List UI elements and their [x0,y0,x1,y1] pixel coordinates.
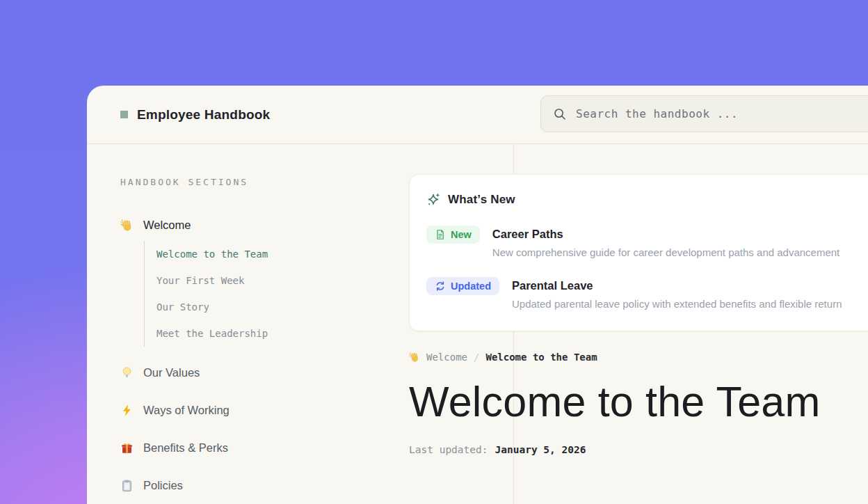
badge-label: New [451,229,472,240]
last-updated-label: Last updated: [409,444,488,455]
sidebar-item-label: Policies [143,479,183,492]
document-icon [435,229,446,240]
whats-new-item[interactable]: New Career Paths New comprehensive guide… [426,226,868,258]
subnav-welcome-to-the-team[interactable]: Welcome to the Team [156,241,419,267]
sidebar-item-welcome[interactable]: Welcome [120,216,419,233]
whats-new-item[interactable]: Updated Parental Leave Updated parental … [426,277,868,310]
search-box[interactable] [540,95,868,132]
breadcrumb: Welcome / Welcome to the Team [409,352,868,363]
whats-new-title: What’s New [448,193,515,207]
search-icon [553,107,567,121]
breadcrumb-separator: / [474,352,479,363]
sidebar: HANDBOOK SECTIONS [120,144,419,494]
last-updated-value: January 5, 2026 [495,444,586,455]
updated-badge: Updated [426,277,499,295]
new-badge: New [426,226,480,244]
bulb-icon [120,366,134,379]
subnav-meet-the-leadership[interactable]: Meet the Leadership [156,320,419,347]
clipboard-icon [120,479,134,492]
page-title: Welcome to the Team [409,379,868,424]
sidebar-section-label: HANDBOOK SECTIONS [120,177,419,187]
sidebar-item-label: Benefits & Perks [143,441,228,455]
main-content: What’s New New Career Paths New comprehe… [409,144,868,455]
subnav-your-first-week[interactable]: Your First Week [156,267,419,294]
subnav-our-story[interactable]: Our Story [156,294,419,320]
whats-new-card: What’s New New Career Paths New comprehe… [409,174,868,331]
app-body: HANDBOOK SECTIONS [87,144,868,504]
sidebar-item-label: Welcome [143,219,191,232]
refresh-icon [435,281,446,292]
badge-label: Updated [451,281,491,292]
sidebar-item-ways-of-working[interactable]: Ways of Working [120,402,419,418]
wave-icon [409,352,420,363]
app-header: Employee Handbook [87,86,868,144]
app-title: Employee Handbook [137,107,270,123]
wave-icon [120,219,134,232]
sidebar-item-label: Ways of Working [143,404,230,417]
sidebar-subnav-welcome: Welcome to the Team Your First Week Our … [144,241,419,347]
whats-new-item-title: Career Paths [492,228,839,241]
sidebar-item-benefits-perks[interactable]: Benefits & Perks [120,439,419,456]
last-updated: Last updated: January 5, 2026 [409,444,868,455]
handbook-window: Employee Handbook HANDBOOK SECTIONS [87,86,868,504]
sidebar-item-label: Our Values [143,366,200,379]
sparkle-icon [426,193,440,207]
whats-new-item-title: Parental Leave [512,279,842,292]
logo-icon [120,111,128,118]
breadcrumb-page: Welcome to the Team [485,352,597,363]
sidebar-item-policies[interactable]: Policies [120,477,419,494]
breadcrumb-section[interactable]: Welcome [426,352,467,363]
lightning-icon [120,404,134,417]
whats-new-item-description: Updated parental leave policy with exten… [512,298,842,310]
whats-new-item-description: New comprehensive guide for career devel… [492,246,839,258]
gift-icon [120,441,134,455]
sidebar-item-our-values[interactable]: Our Values [120,364,419,381]
search-input[interactable] [576,107,868,120]
